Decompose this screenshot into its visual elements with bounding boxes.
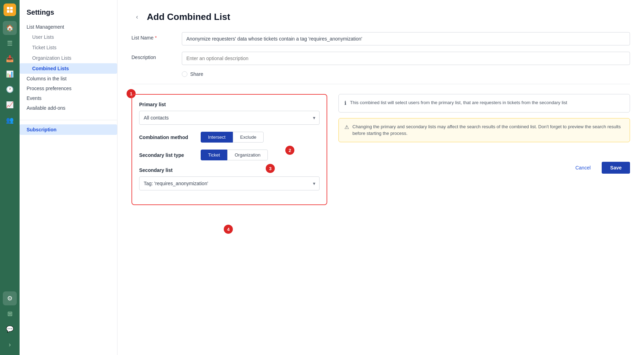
list-name-label: List Name * — [131, 32, 173, 41]
list-name-input[interactable] — [182, 32, 630, 45]
info-panel: ℹ This combined list will select users f… — [338, 94, 630, 174]
main-content: ‹ Add Combined List List Name * Descript… — [117, 0, 644, 355]
sidebar-item-ticket-lists[interactable]: Ticket Lists — [20, 42, 117, 53]
secondary-list-type-label: Secondary list type — [139, 152, 195, 158]
combination-method-label: Combination method — [139, 135, 195, 140]
svg-rect-0 — [7, 7, 9, 9]
nav-people-icon[interactable]: 👥 — [3, 113, 17, 127]
nav-home-icon[interactable]: 🏠 — [3, 21, 17, 35]
primary-list-select[interactable]: All contacts — [139, 111, 320, 125]
secondary-list-label: Secondary list — [139, 167, 320, 173]
combination-toggle-group: Intersect Exclude — [201, 132, 264, 143]
sidebar-item-subscription[interactable]: Subscription — [20, 124, 117, 135]
callout-4: 4 — [224, 225, 233, 234]
page-title: Add Combined List — [147, 12, 230, 22]
primary-list-group: Primary list All contacts ▾ — [139, 102, 320, 125]
callout-2: 2 — [285, 146, 294, 155]
primary-list-select-wrapper: All contacts ▾ — [139, 111, 320, 125]
secondary-list-select[interactable]: Tag: 'requires_anonymization' — [139, 176, 320, 190]
sidebar-item-list-management[interactable]: List Management — [20, 22, 117, 32]
nav-chat-icon[interactable]: 💬 — [3, 322, 17, 336]
description-input[interactable] — [182, 52, 630, 65]
sidebar-title: Settings — [20, 8, 117, 22]
sidebar-item-events[interactable]: Events — [20, 93, 117, 103]
app-logo — [3, 3, 16, 16]
svg-rect-3 — [10, 10, 13, 13]
share-row: Share — [182, 71, 630, 77]
secondary-list-select-wrapper: Tag: 'requires_anonymization' ▾ — [139, 176, 320, 190]
warning-icon: ⚠ — [344, 123, 349, 137]
secondary-list-group: Secondary list Tag: 'requires_anonymizat… — [139, 167, 320, 190]
sidebar-item-available-addons[interactable]: Available add-ons — [20, 103, 117, 113]
nav-inbox-icon[interactable]: 📥 — [3, 52, 17, 66]
combination-method-row: Combination method Intersect Exclude — [139, 132, 320, 143]
info-box: ℹ This combined list will select users f… — [338, 94, 630, 113]
sidebar-item-user-lists[interactable]: User Lists — [20, 32, 117, 42]
back-button[interactable]: ‹ — [131, 11, 143, 22]
share-label: Share — [190, 71, 203, 77]
nav-clock-icon[interactable]: 🕐 — [3, 82, 17, 96]
page-header: ‹ Add Combined List — [131, 11, 630, 22]
warning-box-text: Changing the primary and secondary lists… — [352, 123, 624, 137]
required-indicator: * — [155, 35, 157, 41]
organization-type-button[interactable]: Organization — [227, 150, 268, 160]
intersect-button[interactable]: Intersect — [201, 132, 233, 143]
config-area: 1 Primary list All contacts ▾ Combinatio… — [131, 94, 327, 205]
warning-box: ⚠ Changing the primary and secondary lis… — [338, 118, 630, 142]
primary-list-label: Primary list — [139, 102, 320, 107]
description-label: Description — [131, 52, 173, 60]
sidebar-item-combined-lists[interactable]: Combined Lists — [20, 63, 117, 74]
nav-collapse-icon[interactable]: › — [3, 338, 17, 352]
divider — [131, 84, 630, 84]
description-row: Description — [131, 52, 630, 65]
info-icon: ℹ — [344, 99, 346, 107]
two-col-layout: 1 Primary list All contacts ▾ Combinatio… — [131, 94, 630, 205]
nav-reports-icon[interactable]: 📊 — [3, 67, 17, 81]
cancel-button[interactable]: Cancel — [568, 162, 598, 174]
nav-settings-icon[interactable]: ⚙ — [3, 291, 17, 305]
nav-list-icon[interactable]: ☰ — [3, 36, 17, 50]
callout-3: 3 — [266, 164, 275, 173]
exclude-button[interactable]: Exclude — [233, 132, 264, 143]
info-box-text: This combined list will select users fro… — [350, 99, 567, 107]
nav-graph-icon[interactable]: 📈 — [3, 98, 17, 112]
list-name-row: List Name * — [131, 32, 630, 45]
sidebar-item-organization-lists[interactable]: Organization Lists — [20, 53, 117, 63]
share-checkbox[interactable] — [182, 71, 187, 77]
save-button[interactable]: Save — [602, 162, 630, 174]
action-row: Cancel Save — [338, 162, 630, 174]
ticket-type-button[interactable]: Ticket — [201, 150, 227, 160]
sidebar-item-process-preferences[interactable]: Process preferences — [20, 84, 117, 93]
svg-rect-2 — [7, 10, 9, 13]
svg-rect-1 — [10, 7, 13, 9]
sidebar-item-columns[interactable]: Columns in the list — [20, 74, 117, 84]
config-box: Primary list All contacts ▾ Combination … — [131, 94, 327, 205]
icon-bar: 🏠 ☰ 📥 📊 🕐 📈 👥 ⚙ ⊞ 💬 › — [0, 0, 20, 355]
nav-apps-icon[interactable]: ⊞ — [3, 307, 17, 321]
secondary-type-toggle-group: Ticket Organization — [201, 150, 268, 160]
sidebar: Settings List Management User Lists Tick… — [20, 0, 117, 355]
